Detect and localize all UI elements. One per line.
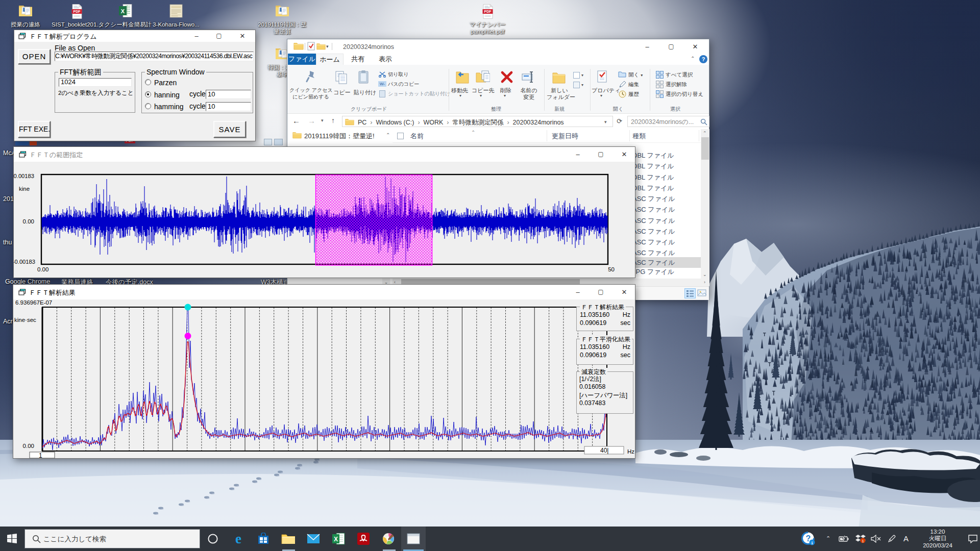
svg-text:40|: 40| (600, 447, 608, 454)
svg-text:PDF: PDF (73, 10, 81, 13)
svg-text:0.00: 0.00 (37, 266, 48, 272)
svg-text:kine·sec: kine·sec (14, 317, 36, 323)
svg-text:0.00183: 0.00183 (14, 173, 34, 179)
svg-text:X: X (120, 8, 125, 14)
svg-text:kine: kine (19, 186, 30, 192)
svg-text:Hz: Hz (627, 448, 634, 455)
svg-text:e: e (235, 532, 241, 545)
svg-text:6.936967E-07: 6.936967E-07 (15, 299, 52, 306)
svg-text:1: 1 (862, 539, 864, 543)
svg-text:-0.00183: -0.00183 (14, 259, 35, 265)
svg-text:1: 1 (39, 452, 42, 459)
svg-text:0.00: 0.00 (23, 218, 34, 224)
svg-text:X: X (334, 536, 338, 543)
svg-text:50: 50 (608, 266, 615, 272)
svg-text:PDF: PDF (484, 10, 492, 13)
svg-text:0.00: 0.00 (23, 443, 34, 449)
